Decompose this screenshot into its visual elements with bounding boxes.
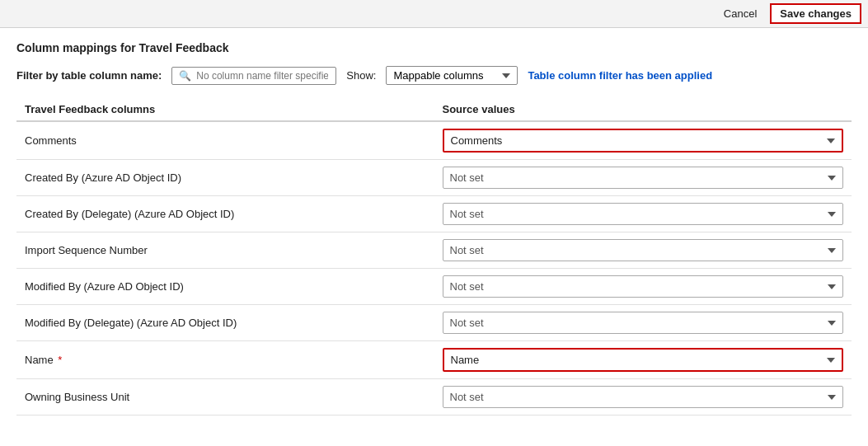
source-value-cell[interactable]: Not set	[434, 269, 852, 305]
table-row: Created By (Delegate) (Azure AD Object I…	[16, 196, 852, 232]
table-row: Modified By (Azure AD Object ID)Not set	[16, 269, 852, 305]
show-label: Show:	[346, 69, 376, 82]
column-name-cell: Comments	[16, 121, 434, 160]
save-button[interactable]: Save changes	[770, 3, 861, 24]
source-value-select[interactable]: Name	[443, 348, 844, 372]
col-left-header: Travel Feedback columns	[16, 98, 434, 121]
column-name-cell: Owning Business Unit	[16, 379, 434, 415]
table-row: Created By (Azure AD Object ID)Not set	[16, 160, 852, 196]
toolbar: Cancel Save changes	[0, 0, 868, 28]
column-name-cell: Modified By (Delegate) (Azure AD Object …	[16, 305, 434, 341]
table-row: Import Sequence NumberNot set	[16, 232, 852, 269]
column-name-cell: Import Sequence Number	[16, 232, 434, 269]
table-row: Modified By (Delegate) (Azure AD Object …	[16, 305, 852, 341]
column-name-cell: Created By (Delegate) (Azure AD Object I…	[16, 196, 434, 232]
source-value-select[interactable]: Not set	[443, 386, 844, 408]
filter-applied-message: Table column filter has been applied	[528, 69, 712, 82]
cancel-button[interactable]: Cancel	[716, 4, 765, 23]
column-name-filter-input[interactable]	[196, 70, 328, 82]
source-value-cell[interactable]: Not set	[434, 305, 852, 341]
source-value-cell[interactable]: Not set	[434, 232, 852, 269]
source-value-select[interactable]: Comments	[443, 129, 844, 153]
table-row: CommentsComments	[16, 121, 852, 160]
source-value-cell[interactable]: Comments	[434, 121, 852, 160]
page-title: Column mappings for Travel Feedback	[16, 41, 852, 54]
source-value-select[interactable]: Not set	[443, 275, 844, 298]
source-value-cell[interactable]: Not set	[434, 196, 852, 232]
column-name-filter-input-wrapper[interactable]: 🔍	[171, 67, 336, 85]
source-value-select[interactable]: Not set	[443, 167, 844, 189]
column-name-cell: Name *	[16, 341, 434, 379]
column-name-cell: Created By (Azure AD Object ID)	[16, 160, 434, 196]
source-value-select[interactable]: Not set	[443, 239, 844, 261]
search-icon: 🔍	[179, 70, 191, 82]
filter-by-label: Filter by table column name:	[16, 69, 162, 82]
table-row: Owning Business UnitNot set	[16, 379, 852, 415]
table-row: Name *Name	[16, 341, 852, 379]
source-value-cell[interactable]: Name	[434, 341, 852, 379]
col-right-header: Source values	[434, 98, 852, 121]
source-value-cell[interactable]: Not set	[434, 160, 852, 196]
source-value-cell[interactable]: Not set	[434, 379, 852, 415]
source-value-select[interactable]: Not set	[443, 312, 844, 334]
filter-bar: Filter by table column name: 🔍 Show: Map…	[16, 66, 852, 85]
mapping-table: Travel Feedback columns Source values Co…	[16, 98, 852, 415]
required-star: *	[55, 354, 63, 366]
source-value-select[interactable]: Not set	[443, 203, 844, 225]
column-name-cell: Modified By (Azure AD Object ID)	[16, 269, 434, 305]
main-content: Column mappings for Travel Feedback Filt…	[0, 28, 868, 429]
show-select[interactable]: Mappable columnsAll columnsRequired colu…	[386, 66, 518, 85]
